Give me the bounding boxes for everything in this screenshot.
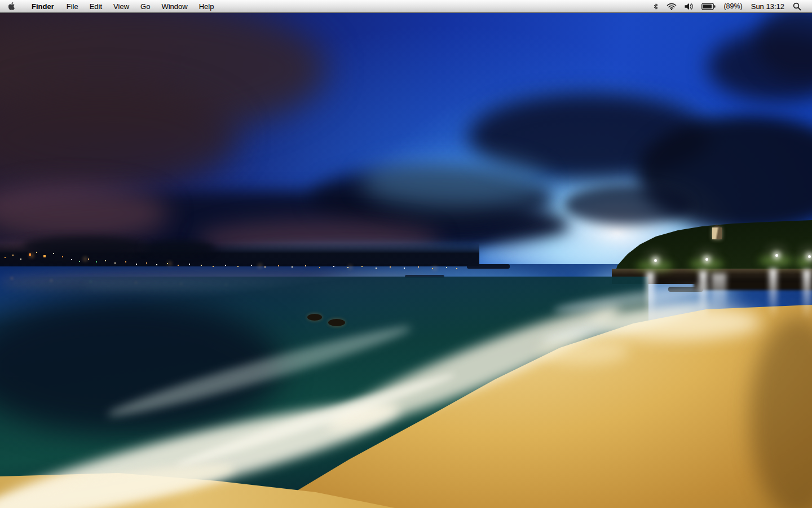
menu-view[interactable]: View	[108, 0, 135, 12]
hill-silhouette	[23, 236, 147, 256]
battery-icon	[701, 3, 716, 10]
lit-trees	[796, 257, 812, 267]
spotlight-menu[interactable]	[789, 0, 805, 12]
apple-logo-icon	[8, 2, 16, 11]
menu-file[interactable]: File	[61, 0, 84, 12]
cloud	[708, 31, 812, 102]
cloud	[0, 3, 327, 135]
wet-sand-glow	[539, 338, 629, 365]
menu-finder[interactable]: Finder	[25, 0, 61, 12]
menu-help[interactable]: Help	[193, 0, 220, 12]
dark-water	[0, 299, 282, 435]
cloud	[0, 185, 169, 242]
spotlight-icon	[793, 2, 801, 11]
battery-percent[interactable]: (89%)	[720, 0, 746, 12]
cloud-wisp	[361, 155, 547, 209]
apple-menu[interactable]	[0, 0, 25, 12]
bluetooth-menu[interactable]	[649, 0, 663, 12]
city-lights-reflection	[0, 270, 440, 296]
breakwater	[467, 264, 510, 269]
wet-sand-glow	[592, 305, 761, 340]
lit-trees	[636, 261, 673, 271]
street-lamp	[654, 259, 657, 262]
desktop-screen: Finder File Edit View Go Window Help	[0, 0, 812, 508]
cloud	[0, 85, 237, 189]
cloud	[310, 167, 553, 230]
cloud	[468, 93, 710, 181]
wifi-icon	[667, 3, 677, 10]
dock: 2 ♫	[0, 457, 812, 508]
menu-bar-clock[interactable]: Sun 13:12	[747, 0, 789, 12]
breakwater	[405, 275, 444, 278]
cloud	[637, 116, 812, 231]
street-lamp	[705, 258, 708, 261]
desktop-wallpaper[interactable]	[0, 0, 812, 508]
volume-icon	[685, 3, 694, 10]
menu-bar-status: (89%) Sun 13:12	[649, 0, 812, 12]
sea-rock	[307, 314, 322, 321]
street-lamp	[775, 254, 778, 257]
street-lamp	[808, 255, 811, 258]
menu-edit[interactable]: Edit	[84, 0, 108, 12]
lamp-water-reflection	[803, 270, 811, 319]
chapel	[712, 227, 722, 239]
wifi-menu[interactable]	[663, 0, 681, 12]
volume-menu[interactable]	[681, 0, 698, 12]
menu-go[interactable]: Go	[135, 0, 156, 12]
bluetooth-icon	[653, 2, 659, 11]
menu-bar: Finder File Edit View Go Window Help	[0, 0, 812, 13]
battery-menu[interactable]	[698, 0, 720, 12]
menu-window[interactable]: Window	[156, 0, 193, 12]
lit-trees	[758, 256, 793, 266]
menu-bar-left: Finder File Edit View Go Window Help	[0, 0, 219, 12]
sea-rock	[328, 319, 345, 326]
lamp-water-reflection	[769, 269, 777, 318]
cloud	[564, 185, 691, 225]
cloud	[756, 6, 812, 79]
hill-silhouette	[141, 240, 214, 256]
